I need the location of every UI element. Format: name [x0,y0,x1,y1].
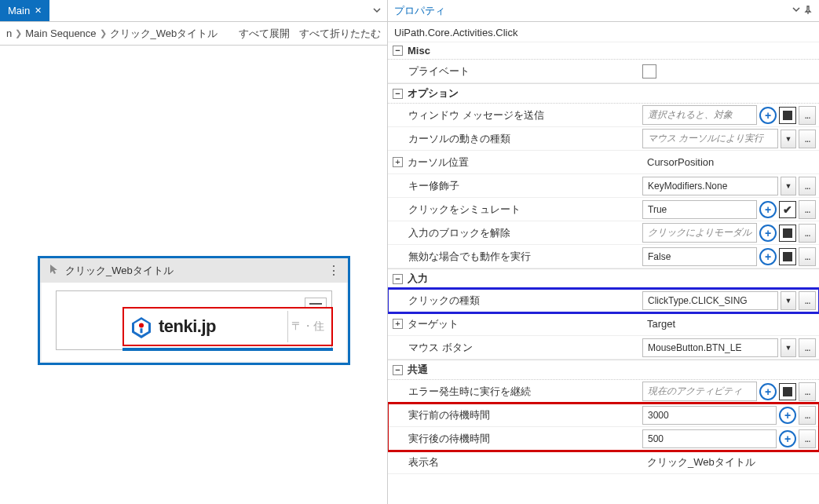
plus-button[interactable]: + [759,201,777,218]
value-text[interactable]: クリック_Webタイトル [642,453,816,472]
prop-continue-if-invalid: 無効な場合でも動作を実行 False + ... [388,245,819,268]
breadcrumb-item-1[interactable]: Main Sequence [25,27,96,39]
menu-dots-icon[interactable]: ⋮ [327,268,340,274]
prop-key-modifiers: キー修飾子 KeyModifiers.None ▼ ... [388,174,819,198]
prop-delay-after: 実行後の待機時間 500 + ... [388,427,819,451]
dropdown-button[interactable]: ▼ [781,130,796,148]
dropdown-button[interactable]: ▼ [781,291,796,310]
value-text: CursorPosition [642,154,816,170]
breadcrumb: n ❯ Main Sequence ❯ クリック_Webタイトル すべて展開 す… [0,22,387,46]
value-input[interactable]: クリックによりモーダル [642,223,757,243]
value-input[interactable]: KeyModifiers.None [642,177,778,195]
dropdown-button[interactable]: ▼ [781,338,796,357]
activity-type: UiPath.Core.Activities.Click [388,22,819,42]
plus-button[interactable]: + [759,248,777,265]
value-input[interactable]: マウス カーソルにより実行 [642,129,778,148]
category-input[interactable]: − 入力 [388,268,819,289]
ellipsis-button[interactable]: ... [799,224,816,243]
plus-button[interactable]: + [759,383,777,400]
prop-target: +ターゲット Target [388,312,819,336]
collapse-icon[interactable]: − [393,46,403,56]
ellipsis-button[interactable]: ... [799,406,816,425]
expand-all-button[interactable]: すべて展開 [239,27,290,41]
prop-unblock-input: 入力のブロックを解除 クリックによりモーダル + ... [388,221,819,245]
properties-title: プロパティ [394,4,445,18]
dropdown-button[interactable]: ▼ [781,177,796,195]
expand-icon[interactable]: + [393,157,403,167]
value-input[interactable]: 選択されると、対象 [642,105,757,125]
value-input[interactable]: True [642,200,757,219]
chevron-right-icon: ❯ [15,28,22,38]
prop-display-name: 表示名 クリック_Webタイトル [388,451,819,474]
collapse-icon[interactable]: − [393,274,403,284]
search-placeholder: 〒・住 [287,311,331,342]
close-icon[interactable]: ✕ [35,5,42,16]
prop-cursor-motion-type: カーソルの動きの種類 マウス カーソルにより実行 ▼ ... [388,127,819,151]
value-input[interactable]: 3000 [642,406,777,425]
svg-rect-3 [141,328,143,333]
tab-label: Main [8,5,30,16]
click-activity-card[interactable]: クリック_Webタイトル ⋮ [38,256,350,365]
tab-main[interactable]: Main ✕ [0,0,49,21]
prop-click-type: クリックの種類 ClickType.CLICK_SING ▼ ... [388,289,819,312]
expand-icon[interactable]: + [393,319,403,329]
properties-panel-header: プロパティ [388,0,819,22]
svg-point-2 [139,323,144,328]
value-input[interactable]: 現在のアクティビティ [642,382,757,401]
value-input[interactable]: ClickType.CLICK_SING [642,291,778,310]
tenki-logo-icon [129,314,154,339]
prop-mouse-button: マウス ボタン MouseButton.BTN_LE ▼ ... [388,336,819,360]
tab-expand-chevron[interactable] [367,5,387,16]
activity-title: クリック_Webタイトル [65,264,327,278]
checkbox-checked[interactable]: ✔ [779,201,796,218]
target-highlight: tenki.jp 〒・住 [122,307,333,346]
chevron-right-icon: ❯ [100,28,107,38]
prop-delay-before: 実行前の待機時間 3000 + ... [388,404,819,427]
ellipsis-button[interactable]: ... [799,291,816,310]
ellipsis-button[interactable]: ... [799,429,816,448]
collapse-icon[interactable]: − [393,365,403,375]
value-input[interactable]: False [642,247,757,266]
category-common[interactable]: − 共通 [388,360,819,380]
workflow-canvas[interactable]: クリック_Webタイトル ⋮ [0,46,387,504]
value-input[interactable]: MouseButton.BTN_LE [642,338,778,357]
plus-button[interactable]: + [779,430,796,447]
private-checkbox[interactable] [642,64,656,79]
tenki-logo-text: tenki.jp [159,316,216,337]
collapse-all-button[interactable]: すべて折りたたむ [299,27,381,41]
property-grid: − Misc プライベート − オプション ウィンドウ メッセージを送信 選択さ… [388,42,819,504]
ellipsis-button[interactable]: ... [799,106,816,125]
value-input[interactable]: 500 [642,429,777,448]
ellipsis-button[interactable]: ... [799,200,816,219]
checkbox-button[interactable] [779,383,796,400]
prop-cursor-position: +カーソル位置 CursorPosition [388,151,819,174]
plus-button[interactable]: + [759,225,777,242]
prop-simulate-click: クリックをシミュレート True + ✔ ... [388,198,819,221]
ellipsis-button[interactable]: ... [799,247,816,266]
prop-send-window-messages: ウィンドウ メッセージを送信 選択されると、対象 + ... [388,104,819,127]
ellipsis-button[interactable]: ... [799,130,816,148]
plus-button[interactable]: + [779,407,796,424]
prop-private: プライベート [388,60,819,83]
category-options[interactable]: − オプション [388,83,819,104]
selector-preview[interactable]: tenki.jp 〒・住 [56,290,332,350]
ellipsis-button[interactable]: ... [799,177,816,195]
checkbox-button[interactable] [779,248,796,265]
tab-bar: Main ✕ [0,0,387,22]
breadcrumb-root[interactable]: n [6,27,12,39]
breadcrumb-item-2[interactable]: クリック_Webタイトル [110,27,218,41]
chevron-down-icon[interactable] [792,5,800,16]
value-text: Target [642,316,816,332]
pin-icon[interactable] [803,5,813,16]
category-misc[interactable]: − Misc [388,42,819,60]
checkbox-button[interactable] [779,225,796,242]
cursor-icon [48,263,60,278]
activity-header[interactable]: クリック_Webタイトル ⋮ [40,258,348,283]
ellipsis-button[interactable]: ... [799,338,816,357]
ellipsis-button[interactable]: ... [799,382,816,401]
collapse-icon[interactable]: − [393,89,403,99]
plus-button[interactable]: + [759,107,777,124]
prop-continue-on-error: エラー発生時に実行を継続 現在のアクティビティ + ... [388,380,819,404]
underline-bar [122,348,333,351]
checkbox-button[interactable] [779,107,796,124]
